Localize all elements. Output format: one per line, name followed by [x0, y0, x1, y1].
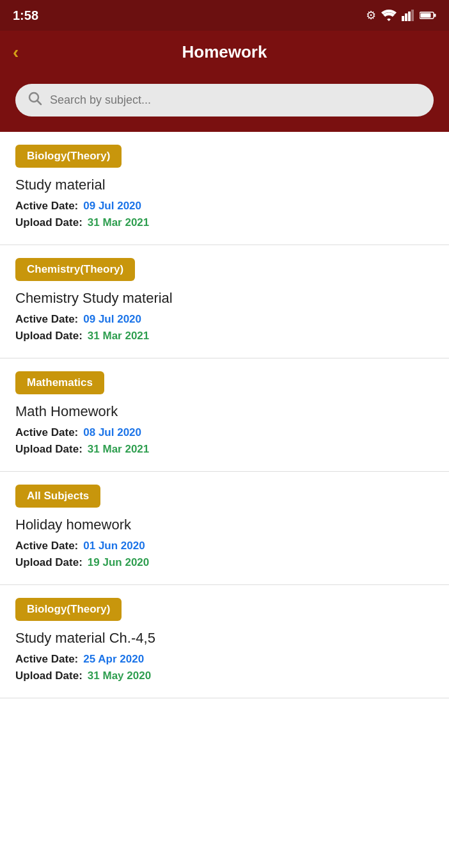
subject-badge: Mathematics	[15, 371, 104, 394]
svg-rect-1	[405, 13, 407, 21]
active-date-value: 09 Jul 2020	[83, 313, 141, 326]
svg-rect-0	[402, 16, 404, 21]
active-date-value: 01 Jun 2020	[83, 540, 145, 552]
search-input[interactable]	[50, 93, 421, 107]
active-date-row: Active Date: 01 Jun 2020	[15, 540, 434, 552]
content-area: Biology(Theory) Study material Active Da…	[0, 132, 449, 698]
svg-rect-5	[421, 13, 431, 18]
active-date-label: Active Date:	[15, 540, 78, 552]
active-date-value: 08 Jul 2020	[83, 426, 141, 439]
active-date-value: 25 Apr 2020	[83, 653, 144, 666]
upload-date-label: Upload Date:	[15, 670, 83, 682]
active-date-label: Active Date:	[15, 653, 78, 666]
upload-date-row: Upload Date: 31 May 2020	[15, 670, 434, 682]
active-date-row: Active Date: 09 Jul 2020	[15, 200, 434, 213]
signal-icon	[402, 10, 414, 21]
homework-title: Study material	[15, 177, 434, 193]
homework-item[interactable]: Biology(Theory) Study material Active Da…	[0, 132, 449, 245]
upload-date-row: Upload Date: 31 Mar 2021	[15, 443, 434, 456]
active-date-label: Active Date:	[15, 313, 78, 326]
homework-title: Study material Ch.-4,5	[15, 630, 434, 647]
search-bar	[15, 84, 434, 117]
homework-item[interactable]: Biology(Theory) Study material Ch.-4,5 A…	[0, 585, 449, 698]
svg-rect-2	[408, 12, 411, 21]
svg-rect-3	[411, 10, 414, 21]
active-date-row: Active Date: 25 Apr 2020	[15, 653, 434, 666]
active-date-row: Active Date: 09 Jul 2020	[15, 313, 434, 326]
upload-date-value: 31 May 2020	[88, 670, 151, 682]
upload-date-label: Upload Date:	[15, 556, 83, 569]
upload-date-value: 19 Jun 2020	[88, 556, 149, 569]
homework-item[interactable]: Chemistry(Theory) Chemistry Study materi…	[0, 245, 449, 358]
upload-date-value: 31 Mar 2021	[88, 443, 149, 456]
homework-item[interactable]: All Subjects Holiday homework Active Dat…	[0, 472, 449, 585]
battery-icon	[420, 11, 436, 20]
subject-badge: Biology(Theory)	[15, 145, 122, 168]
search-container	[0, 74, 449, 132]
active-date-value: 09 Jul 2020	[83, 200, 141, 213]
gear-icon: ⚙	[366, 8, 376, 22]
upload-date-label: Upload Date:	[15, 443, 83, 456]
homework-title: Math Homework	[15, 403, 434, 420]
upload-date-row: Upload Date: 19 Jun 2020	[15, 556, 434, 569]
search-icon	[28, 92, 42, 109]
status-bar: 1:58 ⚙	[0, 0, 449, 31]
back-button[interactable]: ‹	[13, 42, 19, 63]
subject-badge: Chemistry(Theory)	[15, 258, 135, 281]
upload-date-label: Upload Date:	[15, 330, 83, 342]
active-date-label: Active Date:	[15, 426, 78, 439]
upload-date-row: Upload Date: 31 Mar 2021	[15, 216, 434, 229]
wifi-icon	[381, 10, 397, 21]
svg-rect-6	[434, 14, 436, 17]
upload-date-row: Upload Date: 31 Mar 2021	[15, 330, 434, 342]
upload-date-value: 31 Mar 2021	[88, 330, 149, 342]
header: ‹ Homework	[0, 31, 449, 74]
active-date-row: Active Date: 08 Jul 2020	[15, 426, 434, 439]
subject-badge: All Subjects	[15, 485, 100, 508]
svg-line-8	[37, 100, 41, 104]
active-date-label: Active Date:	[15, 200, 78, 213]
homework-title: Chemistry Study material	[15, 290, 434, 307]
status-icons: ⚙	[366, 8, 436, 22]
upload-date-label: Upload Date:	[15, 216, 83, 229]
upload-date-value: 31 Mar 2021	[88, 216, 149, 229]
page-title: Homework	[182, 42, 267, 62]
homework-item[interactable]: Mathematics Math Homework Active Date: 0…	[0, 358, 449, 472]
homework-title: Holiday homework	[15, 517, 434, 533]
status-time: 1:58	[13, 8, 38, 23]
subject-badge: Biology(Theory)	[15, 598, 122, 621]
